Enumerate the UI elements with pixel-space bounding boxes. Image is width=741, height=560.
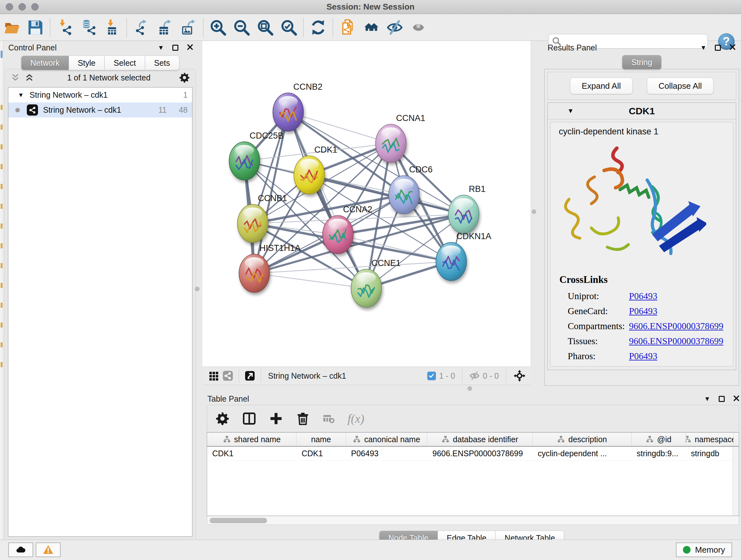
table-cell[interactable]: stringdb [686,447,734,460]
crosslink-link[interactable]: 9606.ENSP00000378699 [629,321,724,331]
detach-view-button[interactable] [243,369,257,382]
node-ccnb2[interactable]: CCNB2 [273,82,323,131]
expand-all-button[interactable]: Expand All [570,78,633,94]
zoom-in-icon [210,19,226,36]
crosslink-row: Pharos:P06493 [556,349,733,364]
section-expand-icon[interactable]: ▼ [567,107,574,115]
left-splitter-handle[interactable] [195,287,199,291]
close-panel-icon[interactable] [733,395,740,403]
tab-select[interactable]: Select [105,56,145,70]
import-table-from-file-button[interactable] [100,17,124,38]
crosslink-link[interactable]: P06493 [629,351,657,361]
network-snapshot-button[interactable] [336,17,359,38]
crosslink-link[interactable]: P06493 [629,306,657,316]
delete-column-trash-icon[interactable] [296,412,310,426]
column-header-name[interactable]: name [296,433,346,446]
network-collection-row[interactable]: ▼ String Network – cdk1 1 [8,87,192,103]
maximize-panel-icon[interactable] [172,45,179,51]
first-neighbors-button[interactable] [359,17,383,38]
float-panel-icon[interactable]: ▼ [158,44,164,51]
results-panel: Results Panel ▼ String Expand All Collap… [542,41,741,392]
expand-all-networks-icon[interactable] [24,73,34,82]
zoom-fit-button[interactable] [253,17,277,38]
memory-button[interactable]: Memory [676,543,732,557]
node-ccne1[interactable]: CCNE1 [351,258,401,307]
birdseye-navigator-icon[interactable] [513,369,526,382]
table-options-gear-icon[interactable] [215,412,229,426]
float-panel-icon[interactable]: ▼ [704,395,711,402]
table-cell[interactable]: CDK1 [207,447,296,460]
node-cdkn1a[interactable]: CDKN1A [436,232,491,281]
refresh-view-button[interactable] [307,17,330,38]
close-panel-icon[interactable] [729,44,736,52]
collection-expand-icon[interactable]: ▼ [18,91,24,99]
view-grid-mode-button[interactable] [207,369,221,382]
hide-selected-button[interactable] [383,17,407,38]
collapse-all-button[interactable]: Collapse All [647,78,714,94]
zoom-in-button[interactable] [206,17,230,38]
column-header-namespace[interactable]: namespace [686,433,734,446]
scrollbar-thumb[interactable] [210,518,267,523]
network-options-gear-icon[interactable] [179,72,190,83]
float-panel-icon[interactable]: ▼ [700,44,706,51]
maximize-panel-icon[interactable] [715,45,721,51]
network-canvas[interactable]: CCNB2CCNA1CDC25BCDK1CDC6RB1CCNB1CCNA2CDK… [202,41,530,367]
crosslink-link[interactable]: P06493 [629,291,657,301]
open-session-button[interactable] [0,17,23,38]
export-image-button[interactable] [177,17,200,38]
table-row[interactable]: CDK1CDK1P064939606.ENSP00000378699cyclin… [207,447,739,461]
node-cdc6[interactable]: CDC6 [389,165,433,214]
create-column-icon[interactable] [269,412,283,426]
node-rb1[interactable]: RB1 [448,184,486,233]
zoom-out-button[interactable] [230,17,253,38]
network-row[interactable]: String Network – cdk1 11 48 [8,103,192,118]
node-hist1h1a[interactable]: HIST1H1A [239,243,300,293]
column-header-description[interactable]: description [533,433,631,446]
network-graph[interactable]: CCNB2CCNA1CDC25BCDK1CDC6RB1CCNB1CCNA2CDK… [202,41,530,367]
node-ccna1[interactable]: CCNA1 [376,113,425,163]
export-network-icon [133,19,150,36]
cloud-status-button[interactable] [8,543,33,557]
save-session-button[interactable] [23,17,47,38]
minimize-window-button[interactable] [18,3,26,10]
table-cell[interactable]: 9606.ENSP00000378699 [427,447,533,460]
import-network-from-file-button[interactable] [53,17,77,38]
column-header-shared-name[interactable]: shared name [207,433,296,446]
import-network-from-database-button[interactable] [77,17,100,38]
maximize-panel-icon[interactable] [719,396,725,402]
table-cell[interactable]: P06493 [346,447,427,460]
bottom-splitter-handle[interactable] [468,386,472,391]
column-header-canonical-name[interactable]: canonical name [346,433,427,446]
export-table-button[interactable] [153,17,177,38]
collapse-all-networks-icon[interactable] [10,73,20,82]
close-panel-icon[interactable] [187,44,193,52]
view-network-mode-button[interactable] [221,369,235,382]
function-builder-icon: f(x) [347,412,364,426]
warnings-button[interactable] [36,543,61,557]
toolbar-separator [126,18,127,37]
zoom-selected-button[interactable] [277,17,300,38]
zoom-window-button[interactable] [31,3,39,10]
tab-string-results[interactable]: String [622,55,661,70]
tab-sets[interactable]: Sets [145,56,179,70]
node-cdk1[interactable]: CDK1 [294,145,337,194]
column-header-database-identifier[interactable]: database identifier [427,433,533,446]
gene-section-header[interactable]: ▼ CDK1 [548,103,736,119]
tab-network[interactable]: Network [21,56,69,70]
selected-checkbox[interactable] [427,372,436,380]
tab-style[interactable]: Style [69,56,105,70]
table-cell[interactable]: stringdb:9... [631,447,686,460]
close-window-button[interactable] [6,3,13,10]
show-all-button[interactable] [407,17,430,38]
table-cell[interactable]: CDK1 [296,447,346,460]
column-header--id[interactable]: @id [631,433,686,446]
crosslink-link[interactable]: 9606.ENSP00000378699 [629,336,724,347]
table-horizontal-scrollbar[interactable] [207,516,739,525]
view-toolbar-separator [261,369,261,383]
table-cell[interactable]: cyclin-dependent ... [533,447,631,460]
svg-text:CCNB1: CCNB1 [258,193,287,203]
right-splitter-handle[interactable] [532,209,536,214]
export-network-button[interactable] [130,17,153,38]
table-vertical-scrollbar[interactable] [732,447,739,516]
show-columns-icon[interactable] [242,412,256,426]
